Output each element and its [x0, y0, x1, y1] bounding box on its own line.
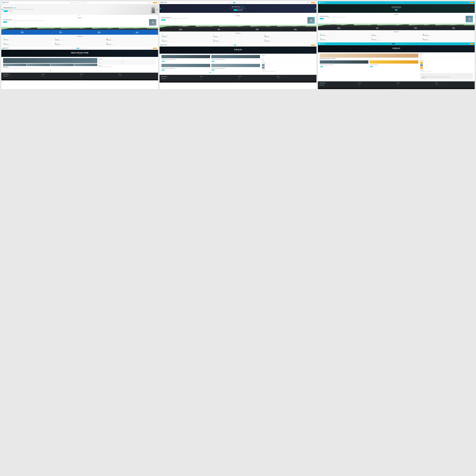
blog-btn-2-4[interactable]: Read More: [212, 70, 214, 70]
nav-service-2[interactable]: Service: [233, 2, 236, 3]
nav-about-3[interactable]: About: [389, 2, 391, 3]
quote-btn-2[interactable]: Get a quote: [311, 2, 315, 3]
blog-btn-2-2[interactable]: Read More: [212, 61, 214, 62]
social-yt-1[interactable]: y: [7, 76, 7, 77]
hero-btn1-3[interactable]: Learn: [395, 9, 398, 11]
cat-exterior-3[interactable]: Exterior: [420, 57, 473, 58]
nav-blog-3[interactable]: Blog: [397, 2, 399, 3]
social-fb-2[interactable]: f: [161, 78, 162, 79]
nav-project-2[interactable]: Project: [236, 2, 238, 3]
tag-arch-2[interactable]: Architect: [270, 71, 272, 72]
footer-link2-service-3[interactable]: Service: [397, 85, 434, 86]
play-btn-1[interactable]: ▶: [152, 22, 153, 23]
nav-blog-pages-2[interactable]: Pages: [242, 45, 244, 46]
about-btn-2[interactable]: Know More: [161, 19, 165, 20]
footer-link-faq-3[interactable]: FAQ: [358, 86, 396, 87]
cat-property-3[interactable]: Property: [420, 58, 473, 59]
blog-btn-2-1[interactable]: Read More: [162, 61, 165, 62]
tag-design-2[interactable]: Design: [265, 71, 267, 72]
page-prev-blog-2[interactable]: ‹: [208, 72, 209, 73]
social-tw-3[interactable]: t: [321, 85, 322, 85]
nav-p1-project[interactable]: Project: [80, 48, 82, 49]
nav-blog-contact-3[interactable]: Contact: [403, 43, 405, 44]
about-btn-1[interactable]: Know More: [3, 21, 7, 23]
dot-2-1[interactable]: [237, 13, 238, 14]
nav-contact-2[interactable]: Contact: [243, 2, 246, 3]
social-li-3[interactable]: in: [322, 85, 323, 85]
quote-btn-p1[interactable]: Get a quote: [153, 48, 157, 49]
nav-blog-2[interactable]: Blog: [239, 2, 240, 3]
cat-travel-2[interactable]: Travel: [262, 56, 315, 57]
nav-home-1[interactable]: Home: [71, 2, 73, 3]
cat-interior-3[interactable]: Interior: [420, 56, 473, 57]
tag-photo-2[interactable]: Photography: [272, 71, 275, 72]
tag-booking-1[interactable]: Booking: [98, 67, 101, 67]
nav-project-1[interactable]: Project: [79, 2, 81, 3]
quote-btn-blog-2[interactable]: Get a quote: [311, 45, 315, 46]
nav-blog-home-2[interactable]: Home: [229, 45, 231, 46]
nav-blog-home-3[interactable]: Home: [387, 43, 389, 44]
tag-photo-3[interactable]: Photography: [428, 71, 431, 72]
social-fb-1[interactable]: f: [3, 76, 4, 77]
slider-prev-2[interactable]: ‹: [160, 8, 161, 9]
tag-photo-1[interactable]: Photography: [108, 67, 111, 67]
nav-pages-1[interactable]: Pages: [81, 2, 84, 3]
hero-btn2-1[interactable]: Our Project: [8, 10, 13, 12]
nav-blog-contact-2[interactable]: Contact: [244, 45, 247, 46]
tag-booking-3[interactable]: Booking: [420, 71, 423, 72]
tag-expert-2[interactable]: Expert: [267, 71, 269, 72]
social-tw-2[interactable]: t: [162, 78, 163, 79]
page-prev-1[interactable]: ‹: [49, 70, 50, 71]
dot-2-3[interactable]: [238, 13, 239, 14]
play-btn-3[interactable]: ▶: [469, 18, 470, 20]
social-fb-3[interactable]: f: [320, 85, 321, 85]
social-li-2[interactable]: in: [164, 78, 165, 79]
nav-home-2[interactable]: Home: [228, 2, 230, 3]
nav-blog-project-2[interactable]: Project: [237, 45, 239, 46]
play-btn-2[interactable]: ▶: [310, 20, 312, 21]
dot-1-1[interactable]: [79, 15, 79, 16]
nav-blog-about-3[interactable]: About: [390, 43, 391, 44]
slider-next-1[interactable]: ›: [157, 9, 158, 10]
nav-contact-1[interactable]: Contact: [84, 2, 86, 3]
blog-btn-3-2[interactable]: Read More: [370, 66, 373, 67]
nav-p1-service[interactable]: Service: [77, 48, 79, 49]
nav-service-1[interactable]: Service: [76, 2, 78, 3]
hero-btn2-2[interactable]: Start Project: [238, 9, 242, 11]
tag-arch-1[interactable]: Architect: [106, 67, 108, 67]
dot-2-2[interactable]: [238, 13, 238, 14]
slider-prev-1[interactable]: ‹: [2, 9, 3, 10]
nav-blog-blog-2[interactable]: Blog: [239, 45, 241, 46]
quote-btn-blog-3[interactable]: Get a quote: [469, 43, 474, 44]
tag-design-3[interactable]: Design: [423, 71, 425, 72]
blog-btn-3-1[interactable]: Read More: [320, 66, 323, 67]
tag-expert-3[interactable]: Expert: [425, 71, 427, 72]
footer-link2-service-2[interactable]: Service: [238, 79, 276, 80]
nav-blog-blog-3[interactable]: Blog: [398, 43, 399, 44]
nav-contact-3[interactable]: Contact: [402, 2, 404, 3]
nav-p1-pages[interactable]: Pages: [83, 48, 85, 49]
footer-link-faq-2[interactable]: FAQ: [200, 80, 238, 80]
cat-travel-3[interactable]: Travel: [420, 55, 473, 56]
hero-btn1-2[interactable]: Our Service: [234, 9, 238, 11]
nav-pages-2[interactable]: Pages: [241, 2, 243, 3]
nav-blog-about-2[interactable]: About: [231, 45, 233, 46]
page-1-blog-2[interactable]: 1: [210, 72, 211, 73]
social-yt-3[interactable]: y: [323, 85, 324, 85]
nav-blog-active-3[interactable]: Active: [392, 43, 394, 44]
about-btn-3[interactable]: Know More: [320, 18, 324, 19]
tag-expert-1[interactable]: Expert: [103, 67, 105, 67]
social-li-1[interactable]: in: [5, 76, 6, 77]
cat-tech-2[interactable]: Technology: [262, 61, 315, 62]
nav-service-3[interactable]: Service: [391, 2, 394, 3]
nav-about-1[interactable]: About: [73, 2, 75, 3]
page-next-blog-2[interactable]: ›: [212, 72, 213, 73]
cat-interior-2[interactable]: Interior: [262, 57, 315, 58]
nav-blog-service-2[interactable]: Active: [234, 45, 236, 46]
nav-blog-pages-3[interactable]: Pages: [400, 43, 402, 44]
dot-1-2[interactable]: [80, 15, 80, 16]
search-1[interactable]: 🔍: [151, 2, 152, 3]
nav-home-3[interactable]: Home: [386, 2, 388, 3]
slider-next-2[interactable]: ›: [315, 8, 316, 9]
nav-p1-home[interactable]: Home: [72, 48, 73, 49]
